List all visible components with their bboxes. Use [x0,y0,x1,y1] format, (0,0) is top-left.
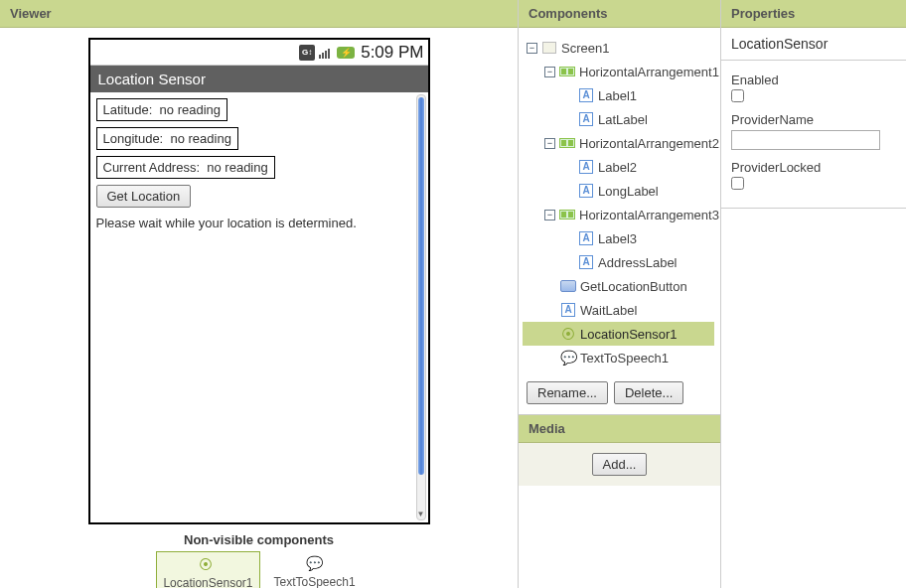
nonvisible-header: Non-visible components [184,532,334,547]
nv-label: TextToSpeech1 [274,575,356,588]
enabled-label: Enabled [731,73,896,87]
svg-rect-0 [319,55,321,59]
wait-label: Please wait while your location is deter… [96,216,414,230]
tree-label: Label1 [598,88,637,103]
tree-label: GetLocationButton [580,279,687,294]
tree-label: Label2 [598,160,637,175]
tree-item-getlocationbutton[interactable]: GetLocationButton [523,274,714,298]
svg-rect-2 [325,51,327,59]
label-icon: A [578,183,594,199]
expander-icon[interactable]: − [544,210,555,220]
longitude-value: no reading [170,131,230,146]
tree-label: HorizontalArrangement2 [579,136,719,151]
tree-label: HorizontalArrangement3 [579,208,719,222]
address-box: Current Address: no reading [96,156,275,179]
address-value: no reading [207,160,267,175]
expander-icon[interactable]: − [544,67,555,77]
components-panel: Components −Screen1−HorizontalArrangemen… [519,0,721,588]
get-location-button[interactable]: Get Location [96,185,192,208]
label-icon: A [578,254,594,270]
tree-item-longlabel[interactable]: ALongLabel [523,179,714,203]
location-icon: ⦿ [560,326,576,342]
tree-label: LongLabel [598,184,659,199]
tree-item-horizontalarrangement2[interactable]: −HorizontalArrangement2 [523,131,714,155]
components-tree[interactable]: −Screen1−HorizontalArrangement1ALabel1AL… [519,28,720,377]
horiz-icon [559,207,575,222]
tree-label: TextToSpeech1 [580,351,669,366]
tree-label: WaitLabel [580,303,637,318]
signal-icon [318,45,334,61]
tree-label: Screen1 [561,41,609,56]
properties-header: Properties [721,0,906,28]
horiz-icon [559,64,575,79]
tree-label: LatLabel [598,112,648,127]
tree-item-label2[interactable]: ALabel2 [523,155,714,179]
scrollbar[interactable]: ▼ [416,94,426,520]
longitude-box: Longitude: no reading [96,127,238,150]
media-header: Media [519,415,720,443]
tts-icon: 💬 [560,350,576,366]
tree-label: HorizontalArrangement1 [579,65,719,79]
latitude-box: Latitude: no reading [96,98,228,121]
status-bar: G↕ ⚡ 5:09 PM [90,40,428,66]
expander-icon[interactable]: − [544,138,555,149]
address-label: Current Address: [103,160,201,175]
tree-label: AddressLabel [598,255,678,270]
add-media-button[interactable]: Add... [592,453,648,476]
location-icon: ⦿ [199,556,217,574]
tree-item-horizontalarrangement1[interactable]: −HorizontalArrangement1 [523,60,714,83]
scroll-down-arrow[interactable]: ▼ [417,510,425,519]
tree-item-addresslabel[interactable]: AAddressLabel [523,250,714,274]
scroll-thumb[interactable] [418,97,424,475]
viewer-header: Viewer [0,0,518,28]
label-icon: A [578,111,594,127]
providerlocked-label: ProviderLocked [731,160,896,175]
providerlocked-checkbox[interactable] [731,177,744,190]
longitude-label: Longitude: [103,131,164,146]
properties-panel: Properties LocationSensor Enabled Provid… [721,0,906,588]
battery-icon: ⚡ [337,47,355,59]
providername-label: ProviderName [731,112,896,127]
properties-component-name: LocationSensor [721,28,906,61]
phone-preview: G↕ ⚡ 5:09 PM Location Sensor Latitude: n… [88,38,430,524]
label-icon: A [560,302,576,318]
svg-rect-1 [322,53,324,59]
enabled-checkbox[interactable] [731,89,744,102]
horiz-icon [559,135,575,151]
label-icon: A [578,87,594,103]
tts-icon: 💬 [306,555,324,573]
status-3g-icon: G↕ [299,45,315,61]
tree-item-waitlabel[interactable]: AWaitLabel [523,298,714,322]
tree-item-horizontalarrangement3[interactable]: −HorizontalArrangement3 [523,203,714,226]
tree-item-locationsensor1[interactable]: ⦿LocationSensor1 [523,322,714,346]
tree-item-screen1[interactable]: −Screen1 [523,36,714,60]
nv-label: LocationSensor1 [163,576,252,588]
button-icon [560,278,576,294]
expander-icon[interactable]: − [527,43,537,54]
tree-item-label1[interactable]: ALabel1 [523,83,714,107]
tree-item-texttospeech1[interactable]: 💬TextToSpeech1 [523,346,714,369]
tree-item-latlabel[interactable]: ALatLabel [523,107,714,131]
label-icon: A [578,159,594,175]
viewer-panel: Viewer G↕ ⚡ 5:09 PM Location Sensor Lati… [0,0,519,588]
latitude-value: no reading [160,102,221,117]
label-icon: A [578,230,594,246]
status-time: 5:09 PM [358,43,423,63]
rename-button[interactable]: Rename... [527,381,608,404]
nonvisible-texttospeech1[interactable]: 💬TextToSpeech1 [268,551,362,588]
tree-item-label3[interactable]: ALabel3 [523,226,714,250]
svg-rect-3 [328,49,330,59]
app-title: Location Sensor [90,66,428,92]
components-header: Components [519,0,720,28]
nonvisible-locationsensor1[interactable]: ⦿LocationSensor1 [156,551,259,588]
delete-button[interactable]: Delete... [614,381,683,404]
providername-input[interactable] [731,130,880,150]
tree-label: LocationSensor1 [580,327,678,342]
latitude-label: Latitude: [103,102,153,117]
screen-icon [541,40,557,56]
tree-label: Label3 [598,231,637,246]
